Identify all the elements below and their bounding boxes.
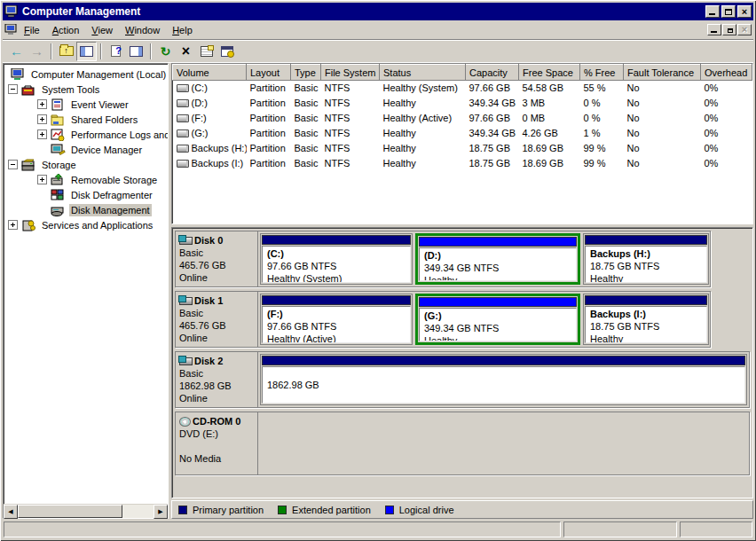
volume-list: Volume Layout Type File System Status Ca…	[171, 63, 753, 224]
col-pct-free[interactable]: % Free	[580, 65, 624, 81]
tree-item-disk-management[interactable]: Disk Management	[4, 202, 168, 217]
refresh-button[interactable]: ↻	[155, 42, 176, 61]
disk-2-label[interactable]: Disk 2 Basic 1862.98 GB Online	[176, 352, 258, 407]
minimize-icon	[709, 13, 715, 15]
shared-folders-icon	[51, 114, 66, 126]
tree-item-storage[interactable]: Storage	[4, 157, 168, 172]
tree-item-performance-logs[interactable]: Performance Logs and A	[4, 127, 168, 142]
maximize-button[interactable]	[721, 5, 736, 18]
volume-row-f[interactable]: (F:) PartitionBasic NTFSHealthy (Active)…	[173, 111, 752, 126]
expand-icon[interactable]	[8, 220, 18, 230]
expand-icon[interactable]	[37, 99, 47, 109]
scroll-right-button[interactable]: ▶	[154, 505, 168, 519]
primary-partition-bar	[585, 235, 707, 245]
toolbar-separator	[51, 43, 52, 59]
logical-drive-bar	[419, 237, 577, 247]
removable-storage-icon	[51, 174, 66, 186]
collapse-icon[interactable]	[8, 84, 18, 94]
col-capacity[interactable]: Capacity	[466, 65, 519, 81]
close-button[interactable]: ×	[737, 5, 752, 18]
partition-g[interactable]: (G:) 349.34 GB NTFS Healthy	[415, 294, 580, 345]
volume-icon	[177, 114, 189, 122]
properties-button[interactable]	[196, 42, 217, 61]
scrollbar-track[interactable]	[122, 505, 154, 518]
volume-row-g[interactable]: (G:) PartitionBasic NTFSHealthy 349.34 G…	[173, 126, 752, 141]
properties-icon	[201, 46, 213, 57]
close-icon: ×	[742, 25, 747, 35]
console-tree-panel: Computer Management (Local) System Tools…	[3, 63, 169, 519]
minimize-button[interactable]	[705, 5, 720, 18]
volume-row-d[interactable]: (D:) PartitionBasic NTFSHealthy 349.34 G…	[173, 96, 752, 111]
back-icon: ←	[10, 43, 23, 59]
event-viewer-icon	[51, 98, 66, 111]
tree-item-system-tools[interactable]: System Tools	[4, 82, 168, 97]
col-overhead[interactable]: Overhead	[701, 65, 752, 81]
volume-icon	[177, 145, 189, 153]
partition-d[interactable]: (D:) 349.34 GB NTFS Healthy	[415, 233, 580, 285]
up-one-level-button[interactable]: ↑	[56, 42, 76, 61]
console-options-button[interactable]	[217, 42, 237, 61]
delete-button[interactable]: ×	[176, 42, 196, 61]
partition-f[interactable]: (F:) 97.66 GB NTFS Healthy (Active)	[260, 294, 413, 345]
volume-row-backups-h[interactable]: Backups (H:) PartitionBasic NTFSHealthy …	[173, 141, 752, 156]
col-status[interactable]: Status	[380, 65, 466, 81]
tree-horizontal-scrollbar[interactable]: ◀ ▶	[4, 504, 168, 518]
tree-item-event-viewer[interactable]: Event Viewer	[4, 97, 168, 112]
tree-item-removable-storage[interactable]: Removable Storage	[4, 172, 168, 187]
expand-icon[interactable]	[37, 114, 47, 124]
volume-row-backups-i[interactable]: Backups (I:) PartitionBasic NTFSHealthy …	[173, 156, 752, 171]
partition-backups-i[interactable]: Backups (I:) 18.75 GB NTFS Healthy	[583, 294, 709, 345]
menu-action[interactable]: Action	[46, 22, 86, 38]
help-topics-button[interactable]: ?	[106, 42, 126, 61]
col-free-space[interactable]: Free Space	[519, 65, 580, 81]
col-file-system[interactable]: File System	[321, 65, 380, 81]
menu-window[interactable]: Window	[119, 22, 166, 38]
tree-item-shared-folders[interactable]: Shared Folders	[4, 112, 168, 127]
partition-disk2[interactable]: 1862.98 GB	[260, 354, 747, 405]
computer-management-window: Computer Management × File Action View W…	[0, 0, 756, 541]
child-minimize-button[interactable]	[707, 24, 721, 35]
services-icon	[21, 219, 36, 231]
show-action-pane-button[interactable]	[126, 42, 146, 61]
scroll-left-button[interactable]: ◀	[4, 505, 18, 519]
menu-view[interactable]: View	[85, 22, 119, 38]
col-layout[interactable]: Layout	[247, 65, 291, 81]
back-button[interactable]: ←	[6, 42, 27, 61]
col-fault-tolerance[interactable]: Fault Tolerance	[624, 65, 701, 81]
partition-c[interactable]: (C:) 97.66 GB NTFS Healthy (System)	[260, 233, 413, 285]
collapse-icon[interactable]	[8, 160, 18, 169]
disk-0-label[interactable]: Disk 0 Basic 465.76 GB Online	[176, 231, 258, 286]
partition-backups-h[interactable]: Backups (H:) 18.75 GB NTFS Healthy	[583, 233, 709, 285]
menu-file[interactable]: File	[18, 22, 46, 38]
status-section-main	[4, 521, 561, 537]
disk-2-row: Disk 2 Basic 1862.98 GB Online 1862.98 G…	[175, 351, 750, 408]
scrollbar-thumb[interactable]	[18, 505, 122, 518]
expand-icon[interactable]	[37, 175, 47, 184]
expand-icon[interactable]	[37, 129, 47, 139]
computer-icon	[4, 5, 19, 18]
tree-item-services-applications[interactable]: Services and Applications	[4, 217, 168, 232]
up-folder-icon: ↑	[59, 46, 74, 56]
disk-1-label[interactable]: Disk 1 Basic 465.76 GB Online	[176, 292, 258, 347]
col-volume[interactable]: Volume	[173, 65, 247, 81]
col-type[interactable]: Type	[291, 65, 321, 81]
console-options-icon	[221, 46, 233, 57]
primary-partition-bar	[262, 295, 411, 305]
cdrom-0-label[interactable]: CD-ROM 0 DVD (E:) No Media	[176, 412, 258, 474]
toolbar: ← → ↑ ? ↻ ×	[3, 40, 753, 63]
forward-icon: →	[30, 43, 43, 59]
restore-icon	[728, 28, 733, 33]
disk-1-row: Disk 1 Basic 465.76 GB Online (F:) 97.66…	[175, 291, 711, 348]
child-restore-button[interactable]	[722, 24, 736, 35]
system-tools-icon	[21, 83, 36, 96]
console-tree: Computer Management (Local) System Tools…	[4, 64, 168, 504]
tree-item-device-manager[interactable]: Device Manager	[4, 142, 168, 157]
partition-legend: Primary partition Extended partition Log…	[171, 500, 753, 519]
cdrom-icon	[179, 417, 191, 427]
menu-help[interactable]: Help	[166, 22, 199, 38]
show-hide-console-tree-button[interactable]	[76, 42, 97, 61]
tree-item-computer-management[interactable]: Computer Management (Local)	[4, 67, 168, 82]
tree-item-disk-defragmenter[interactable]: Disk Defragmenter	[4, 187, 168, 202]
forward-button[interactable]: →	[27, 42, 47, 61]
volume-row-c[interactable]: (C:) PartitionBasic NTFSHealthy (System)…	[173, 81, 752, 96]
